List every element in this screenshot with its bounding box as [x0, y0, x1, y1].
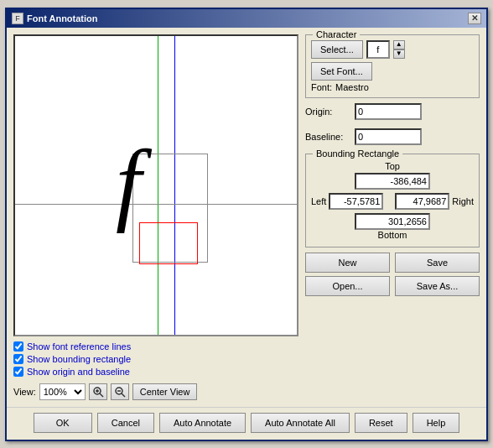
- red-rect-overlay: [139, 222, 198, 264]
- action-row-2: Open... Save As...: [305, 276, 480, 296]
- bottom-bar: OK Cancel Auto Annotate Auto Annotate Al…: [7, 407, 486, 440]
- action-buttons: New Save Open... Save As...: [305, 253, 480, 296]
- spin-down-button[interactable]: ▼: [393, 49, 405, 59]
- save-as-button[interactable]: Save As...: [395, 276, 480, 296]
- new-button[interactable]: New: [305, 253, 390, 273]
- title-bar: F Font Annotation ✕: [7, 9, 486, 28]
- baseline-label: Baseline:: [305, 132, 351, 142]
- character-group: Character Select... ▲ ▼ Set Font... Font…: [305, 34, 480, 98]
- checkboxes-group: Show font reference lines Show bounding …: [13, 341, 298, 377]
- bounding-rect-title: Bounding Rectangle: [313, 148, 402, 159]
- glyph-display: f: [116, 137, 142, 229]
- auto-annotate-button[interactable]: Auto Annotate: [159, 413, 246, 433]
- cancel-button[interactable]: Cancel: [97, 413, 154, 433]
- save-button[interactable]: Save: [395, 253, 480, 273]
- zoom-out-button[interactable]: [111, 383, 129, 400]
- show-font-ref-label: Show font reference lines: [27, 341, 131, 352]
- font-annotation-window: F Font Annotation ✕ f Show font refere: [5, 8, 488, 441]
- origin-input[interactable]: [355, 103, 422, 120]
- br-right-label: Right: [452, 196, 474, 206]
- window-icon: F: [12, 13, 23, 24]
- view-select[interactable]: 100% 25% 50% 75% 150% 200%: [39, 383, 86, 400]
- canvas-area[interactable]: f: [13, 34, 298, 336]
- character-group-title: Character: [313, 29, 360, 39]
- ok-button[interactable]: OK: [34, 413, 92, 433]
- checkbox-row-bounding: Show bounding rectangle: [13, 354, 298, 364]
- br-middle-row: Left Right: [311, 193, 474, 210]
- auto-annotate-all-button[interactable]: Auto Annotate All: [251, 413, 350, 433]
- show-origin-checkbox[interactable]: [13, 367, 23, 377]
- spin-button-group: ▲ ▼: [393, 40, 405, 59]
- font-label: Font:: [311, 82, 332, 92]
- help-button[interactable]: Help: [413, 413, 460, 433]
- show-font-ref-checkbox[interactable]: [13, 341, 23, 352]
- left-panel: f Show font reference lines Show boundin…: [13, 34, 298, 400]
- open-button[interactable]: Open...: [305, 276, 390, 296]
- action-row-1: New Save: [305, 253, 480, 273]
- br-top-label-row: Top: [311, 161, 474, 190]
- br-left-input[interactable]: [329, 193, 383, 210]
- close-button[interactable]: ✕: [468, 13, 481, 24]
- right-panel: Character Select... ▲ ▼ Set Font... Font…: [305, 34, 480, 400]
- baseline-input[interactable]: [355, 128, 422, 145]
- set-font-button[interactable]: Set Font...: [311, 62, 372, 81]
- baseline-row: Baseline:: [305, 128, 480, 145]
- view-row: View: 100% 25% 50% 75% 150% 200%: [13, 383, 298, 400]
- view-label: View:: [13, 387, 36, 397]
- br-left-label: Left: [311, 196, 326, 206]
- spin-up-button[interactable]: ▲: [393, 40, 405, 49]
- origin-label: Origin:: [305, 107, 351, 117]
- br-right-input[interactable]: [395, 193, 449, 210]
- main-content: f Show font reference lines Show boundin…: [7, 28, 486, 407]
- checkbox-row-origin: Show origin and baseline: [13, 367, 298, 377]
- br-bottom-row: Bottom: [311, 213, 474, 242]
- reset-button[interactable]: Reset: [355, 413, 407, 433]
- svg-line-1: [100, 393, 103, 397]
- window-title: Font Annotation: [27, 13, 98, 23]
- svg-line-5: [122, 393, 125, 397]
- center-view-button[interactable]: Center View: [132, 383, 198, 400]
- show-origin-label: Show origin and baseline: [27, 367, 130, 377]
- bounding-rect-group: Bounding Rectangle Top Left Right: [305, 154, 480, 247]
- br-left-section: Left: [311, 193, 383, 210]
- br-bottom-label: Bottom: [355, 230, 430, 240]
- title-bar-left: F Font Annotation: [12, 13, 98, 24]
- br-top-label: Top: [355, 161, 430, 171]
- br-bottom-input[interactable]: [355, 213, 430, 230]
- char-input[interactable]: [366, 40, 390, 59]
- br-top-input[interactable]: [355, 173, 430, 190]
- font-name-row: Font: Maestro: [311, 82, 474, 92]
- char-select-row: Select... ▲ ▼: [311, 40, 474, 59]
- show-bounding-label: Show bounding rectangle: [27, 354, 131, 364]
- checkbox-row-font-ref: Show font reference lines: [13, 341, 298, 352]
- show-bounding-checkbox[interactable]: [13, 354, 23, 364]
- br-right-section: Right: [395, 193, 474, 210]
- zoom-in-button[interactable]: [89, 383, 107, 400]
- origin-row: Origin:: [305, 103, 480, 120]
- select-button[interactable]: Select...: [311, 40, 363, 59]
- font-name-value: Maestro: [335, 82, 369, 92]
